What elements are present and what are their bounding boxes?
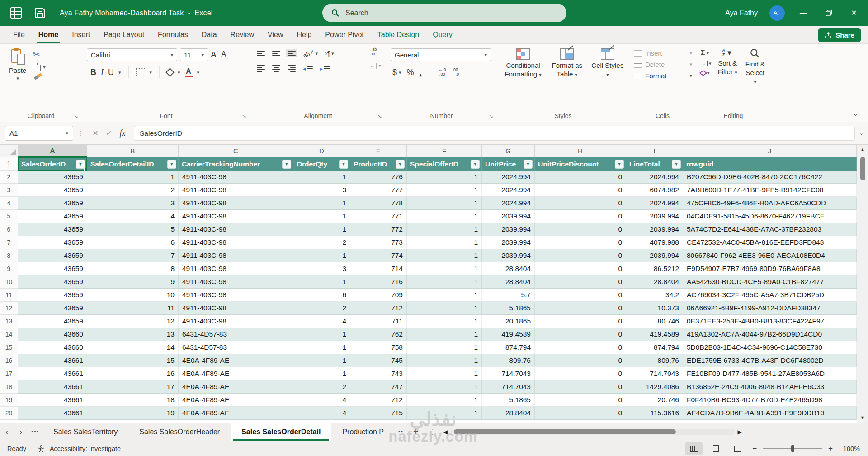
autosum-button[interactable]: Σ▾ <box>701 49 712 57</box>
cell-B14[interactable]: 13 <box>87 328 179 341</box>
cell-F9[interactable]: 1 <box>407 262 482 276</box>
increase-decimal-button[interactable]: ←.0.00 <box>439 68 446 77</box>
cell-J12[interactable]: 06A66921-6B9F-4199-A912-DDAFD38347 <box>683 302 857 315</box>
cell-A3[interactable]: 43659 <box>18 184 87 197</box>
cell-D9[interactable]: 3 <box>293 262 350 276</box>
cell-C11[interactable]: 4911-403C-98 <box>179 289 293 302</box>
bold-button[interactable]: B <box>90 68 96 77</box>
row-number-7[interactable]: 7 <box>0 236 18 249</box>
cell-F5[interactable]: 1 <box>407 210 482 223</box>
cell-G6[interactable]: 2039.994 <box>482 223 535 236</box>
cell-D12[interactable]: 2 <box>293 302 350 315</box>
cell-F15[interactable]: 1 <box>407 341 482 354</box>
cell-C9[interactable]: 4911-403C-98 <box>179 262 293 276</box>
cell-I13[interactable]: 80.746 <box>626 315 683 328</box>
cell-F19[interactable]: 1 <box>407 394 482 407</box>
align-top-button[interactable] <box>255 49 267 57</box>
cell-I3[interactable]: 6074.982 <box>626 184 683 197</box>
cell-H8[interactable]: 0 <box>535 249 626 262</box>
paste-button[interactable]: Paste ▾ <box>9 48 26 81</box>
cell-C4[interactable]: 4911-403C-98 <box>179 197 293 210</box>
cell-H3[interactable]: 0 <box>535 184 626 197</box>
row-number-10[interactable]: 10 <box>0 276 18 289</box>
collapse-ribbon-icon[interactable]: ⌄ <box>853 110 858 117</box>
number-format-select[interactable]: General▾ <box>391 48 491 61</box>
cell-D10[interactable]: 1 <box>293 276 350 289</box>
font-name-select[interactable]: Calibri▾ <box>87 48 177 61</box>
cell-I17[interactable]: 714.7043 <box>626 367 683 380</box>
cell-A12[interactable]: 43659 <box>18 302 87 315</box>
cell-A9[interactable]: 43659 <box>18 262 87 276</box>
cell-C16[interactable]: 4E0A-4F89-AE <box>179 354 293 367</box>
all-sheets-icon[interactable]: ••• <box>31 428 39 435</box>
copy-button[interactable]: ▾ <box>33 63 46 71</box>
cell-J9[interactable]: E9D54907-E7B7-4969-80D9-76BA69F8A8 <box>683 262 857 276</box>
row-number-16[interactable]: 16 <box>0 354 18 367</box>
align-right-button[interactable] <box>286 63 297 74</box>
search-input[interactable]: Search <box>322 4 566 22</box>
share-button[interactable]: Share <box>818 28 861 42</box>
cell-C17[interactable]: 4E0A-4F89-AE <box>179 367 293 380</box>
shrink-font-button[interactable]: Aˬ <box>221 50 227 59</box>
cancel-icon[interactable]: ✕ <box>89 127 102 140</box>
cell-B18[interactable]: 17 <box>87 380 179 394</box>
ribbon-tab-power-pivot[interactable]: Power Pivot <box>318 27 370 43</box>
cell-J7[interactable]: CE472532-A4C0-45BA-816E-EEFD3FD848 <box>683 236 857 249</box>
underline-button[interactable]: U <box>108 68 114 77</box>
cell-H12[interactable]: 0 <box>535 302 626 315</box>
cell-E13[interactable]: 711 <box>350 315 407 328</box>
column-header-B[interactable]: B <box>87 145 179 157</box>
cut-icon[interactable]: ✂ <box>33 50 46 59</box>
clear-button[interactable]: ▾ <box>701 71 712 76</box>
cell-C15[interactable]: 6431-4D57-83 <box>179 341 293 354</box>
cell-B11[interactable]: 10 <box>87 289 179 302</box>
cell-I15[interactable]: 874.794 <box>626 341 683 354</box>
row-number-5[interactable]: 5 <box>0 210 18 223</box>
filter-dropdown-icon[interactable]: ▼ <box>672 160 681 169</box>
delete-cells-button[interactable]: Delete▾ <box>634 61 692 68</box>
expand-formula-bar-icon[interactable]: ⌄ <box>859 131 863 136</box>
cell-I18[interactable]: 1429.4086 <box>626 380 683 394</box>
cell-B15[interactable]: 14 <box>87 341 179 354</box>
cell-B2[interactable]: 1 <box>87 171 179 184</box>
cell-G18[interactable]: 714.7043 <box>482 380 535 394</box>
page-layout-view-button[interactable] <box>707 442 724 455</box>
cell-G3[interactable]: 2024.994 <box>482 184 535 197</box>
cell-G11[interactable]: 5.7 <box>482 289 535 302</box>
cell-D3[interactable]: 3 <box>293 184 350 197</box>
cell-D14[interactable]: 1 <box>293 328 350 341</box>
scroll-down-icon[interactable]: ▼ <box>860 413 865 423</box>
sheet-tab-sales-salesterritory[interactable]: Sales SalesTerritory <box>42 423 128 441</box>
cell-D11[interactable]: 6 <box>293 289 350 302</box>
page-break-view-button[interactable] <box>729 442 746 455</box>
cell-H6[interactable]: 0 <box>535 223 626 236</box>
cell-F8[interactable]: 1 <box>407 249 482 262</box>
cell-E14[interactable]: 762 <box>350 328 407 341</box>
cell-B13[interactable]: 12 <box>87 315 179 328</box>
minimize-button[interactable]: — <box>797 6 810 20</box>
number-dialog-launcher[interactable]: ↘ <box>489 113 493 119</box>
table-header-LineTotal[interactable]: LineTotal▼ <box>626 157 683 171</box>
orientation-button[interactable]: ab↗▾ <box>301 49 320 58</box>
cell-B20[interactable]: 19 <box>87 407 179 420</box>
cell-A5[interactable]: 43659 <box>18 210 87 223</box>
cell-I16[interactable]: 809.76 <box>626 354 683 367</box>
formula-input[interactable]: SalesOrderID <box>134 126 855 141</box>
cell-B7[interactable]: 6 <box>87 236 179 249</box>
cell-J14[interactable]: 419A1302-AC7A-4044-97B2-66D9D14CD0 <box>683 328 857 341</box>
cell-C14[interactable]: 6431-4D57-83 <box>179 328 293 341</box>
restore-button[interactable] <box>822 6 835 20</box>
column-header-I[interactable]: I <box>626 145 683 157</box>
cell-J17[interactable]: FE10BF09-D477-485B-9541-27AE8053A6D <box>683 367 857 380</box>
new-sheet-button[interactable]: + <box>407 427 425 437</box>
cell-J5[interactable]: 04C4DE91-5815-45D6-8670-F462719FBCE <box>683 210 857 223</box>
cell-G14[interactable]: 419.4589 <box>482 328 535 341</box>
cell-E7[interactable]: 773 <box>350 236 407 249</box>
row-number-18[interactable]: 18 <box>0 380 18 394</box>
cell-C8[interactable]: 4911-403C-98 <box>179 249 293 262</box>
cell-D6[interactable]: 1 <box>293 223 350 236</box>
cell-A4[interactable]: 43659 <box>18 197 87 210</box>
table-header-CarrierTrackingNumber[interactable]: CarrierTrackingNumber▼ <box>179 157 293 171</box>
cell-G13[interactable]: 20.1865 <box>482 315 535 328</box>
cell-I5[interactable]: 2039.994 <box>626 210 683 223</box>
